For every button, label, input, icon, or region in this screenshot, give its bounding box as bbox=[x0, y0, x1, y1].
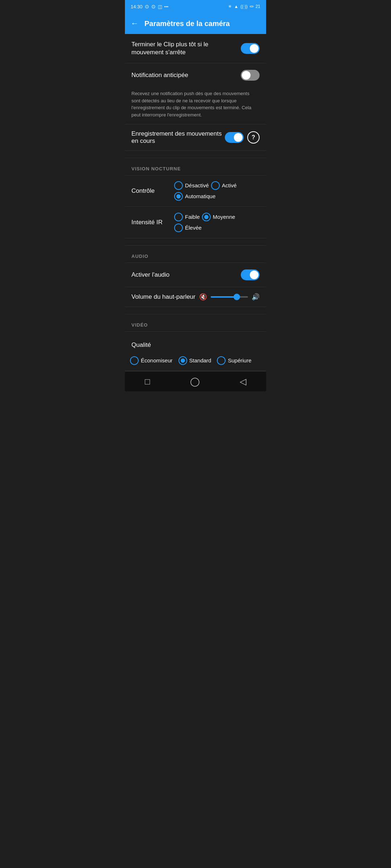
chat-icon: ◫ bbox=[158, 4, 162, 9]
quality-radio-superieure bbox=[217, 356, 226, 365]
wifi-icon: ((·)) bbox=[240, 4, 247, 9]
ir-radio-faible bbox=[174, 213, 183, 221]
enable-audio-label: Activer l'audio bbox=[131, 271, 241, 279]
motion-recording-label: Enregistrement des mouvements en cours bbox=[131, 130, 225, 145]
ir-label-moyenne: Moyenne bbox=[213, 214, 235, 220]
ir-intensity-row: Intensité IR Faible Moyenne Élevée bbox=[125, 207, 266, 238]
volume-fill bbox=[211, 296, 237, 298]
battery-icon bbox=[250, 6, 253, 7]
motion-recording-toggle[interactable] bbox=[225, 132, 244, 143]
messenger2-icon: ⊙ bbox=[151, 4, 156, 9]
nav-home-icon[interactable]: ◯ bbox=[190, 376, 200, 387]
app-bar: ← Paramètres de la caméra bbox=[125, 13, 266, 34]
early-notif-description: Recevez une notification push dès que de… bbox=[125, 87, 266, 124]
quality-label: Qualité bbox=[131, 341, 260, 349]
quality-option-superieure[interactable]: Supériure bbox=[217, 356, 251, 365]
control-radio-desactive bbox=[174, 181, 183, 190]
early-notif-toggle[interactable] bbox=[241, 70, 260, 81]
early-notif-row: Notification anticipée bbox=[125, 63, 266, 87]
settings-content: Terminer le Clip plus tôt si le mouvemen… bbox=[125, 34, 266, 371]
clip-stop-toggle[interactable] bbox=[241, 43, 260, 54]
control-option-auto[interactable]: Automatique bbox=[174, 192, 215, 201]
quality-label-standard: Standard bbox=[189, 357, 211, 364]
quality-radio-economiseur bbox=[130, 356, 139, 365]
night-vision-section-header: VISION NOCTURNE bbox=[125, 158, 266, 175]
volume-loud-icon: 🔊 bbox=[252, 293, 260, 301]
video-section-header: VIDÉO bbox=[125, 314, 266, 332]
control-label-auto: Automatique bbox=[185, 193, 215, 200]
spacer-2 bbox=[125, 238, 266, 246]
audio-section-header: AUDIO bbox=[125, 246, 266, 263]
nav-back-icon[interactable]: ◁ bbox=[240, 376, 246, 387]
motion-recording-row: Enregistrement des mouvements en cours ? bbox=[125, 124, 266, 151]
ir-intensity-label: Intensité IR bbox=[131, 219, 171, 226]
control-option-desactive[interactable]: Désactivé bbox=[174, 181, 209, 190]
ir-radio-moyenne bbox=[202, 213, 211, 221]
volume-row: Volume du haut-parleur 🔇 🔊 bbox=[125, 287, 266, 307]
status-bar-right: ✳ ▲ ((·)) 21 bbox=[228, 4, 260, 9]
night-vision-control-options: Désactivé Activé Automatique bbox=[174, 181, 260, 201]
ir-option-faible[interactable]: Faible bbox=[174, 213, 200, 221]
ir-option-elevee[interactable]: Élevée bbox=[174, 224, 202, 232]
quality-options-row: Économiseur Standard Supériure bbox=[125, 355, 266, 371]
motion-recording-help-button[interactable]: ? bbox=[247, 131, 260, 144]
nav-square-icon[interactable]: □ bbox=[145, 376, 150, 387]
control-label-desactive: Désactivé bbox=[185, 182, 209, 189]
status-bar-left: 14:30 ⊙ ⊙ ◫ ••• bbox=[131, 4, 168, 9]
early-notif-label: Notification anticipée bbox=[131, 71, 241, 79]
ir-label-elevee: Élevée bbox=[185, 225, 202, 231]
night-vision-control-row: Contrôle Désactivé Activé Automatique bbox=[125, 175, 266, 207]
quality-label-row: Qualité bbox=[125, 332, 266, 355]
ir-radio-elevee bbox=[174, 224, 183, 232]
ir-intensity-options: Faible Moyenne Élevée bbox=[174, 213, 260, 232]
messenger-icon: ⊙ bbox=[145, 4, 149, 9]
status-bar: 14:30 ⊙ ⊙ ◫ ••• ✳ ▲ ((·)) 21 bbox=[125, 0, 266, 13]
quality-radio-standard bbox=[178, 356, 187, 365]
ir-option-moyenne[interactable]: Moyenne bbox=[202, 213, 235, 221]
quality-option-economiseur[interactable]: Économiseur bbox=[130, 356, 173, 365]
control-option-active[interactable]: Activé bbox=[211, 181, 237, 190]
volume-mute-icon: 🔇 bbox=[199, 293, 207, 301]
control-radio-auto bbox=[174, 192, 183, 201]
spacer-1 bbox=[125, 151, 266, 158]
spacer-3 bbox=[125, 307, 266, 314]
quality-option-standard[interactable]: Standard bbox=[178, 356, 211, 365]
enable-audio-toggle[interactable] bbox=[241, 269, 260, 280]
volume-thumb[interactable] bbox=[234, 294, 240, 300]
back-button[interactable]: ← bbox=[131, 19, 139, 28]
battery-level: 21 bbox=[256, 4, 260, 9]
control-radio-active bbox=[211, 181, 220, 190]
control-label-active: Activé bbox=[222, 182, 237, 189]
status-time: 14:30 bbox=[131, 4, 143, 9]
ir-label-faible: Faible bbox=[185, 214, 200, 220]
clip-stop-label: Terminer le Clip plus tôt si le mouvemen… bbox=[131, 41, 241, 56]
nav-bar: □ ◯ ◁ bbox=[125, 371, 266, 391]
more-icon: ••• bbox=[164, 4, 169, 9]
motion-recording-controls: ? bbox=[225, 131, 260, 144]
volume-slider[interactable] bbox=[211, 296, 248, 298]
bluetooth-icon: ✳ bbox=[228, 4, 232, 9]
volume-label: Volume du haut-parleur bbox=[131, 293, 196, 301]
quality-label-superieure: Supériure bbox=[228, 357, 251, 364]
signal-icon: ▲ bbox=[234, 4, 238, 9]
page-title: Paramètres de la caméra bbox=[144, 20, 230, 28]
night-vision-control-label: Contrôle bbox=[131, 187, 171, 195]
clip-stop-row: Terminer le Clip plus tôt si le mouvemen… bbox=[125, 34, 266, 63]
enable-audio-row: Activer l'audio bbox=[125, 263, 266, 287]
quality-label-economiseur: Économiseur bbox=[141, 357, 173, 364]
